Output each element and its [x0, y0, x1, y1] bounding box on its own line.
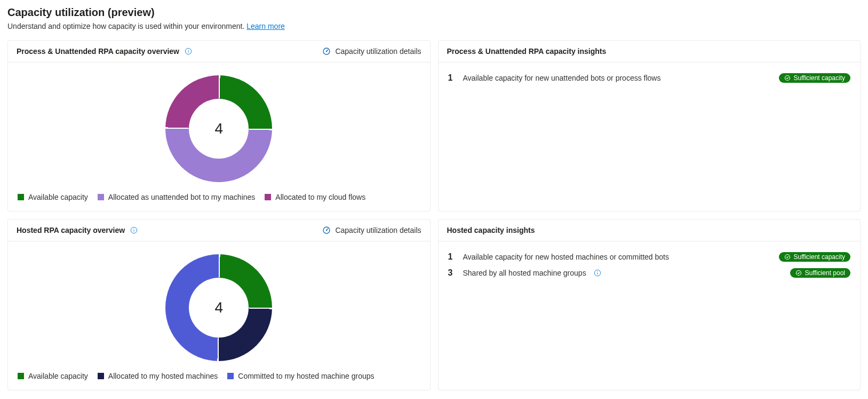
info-icon[interactable]: [130, 226, 138, 234]
card-process-overview: Process & Unattended RPA capacity overvi…: [7, 40, 431, 212]
check-circle-icon: [784, 254, 791, 260]
legend-label: Allocated to my cloud flows: [275, 193, 365, 201]
card-title-hosted-insights: Hosted capacity insights: [447, 226, 535, 234]
svg-point-13: [597, 271, 598, 272]
insights-list-hosted: 1 Available capacity for new hosted mach…: [439, 241, 861, 288]
info-icon[interactable]: [594, 269, 601, 277]
legend-label: Available capacity: [28, 193, 88, 201]
insight-row: 3 Shared by all hosted machine groups Su…: [448, 265, 851, 281]
legend-swatch: [18, 194, 24, 200]
page-subtitle: Understand and optimize how capacity is …: [7, 22, 861, 30]
legend-item: Committed to my hosted machine groups: [227, 372, 374, 380]
insight-text: Available capacity for new unattended bo…: [463, 74, 661, 82]
page-subtitle-text: Understand and optimize how capacity is …: [7, 22, 246, 30]
learn-more-link[interactable]: Learn more: [246, 22, 285, 30]
svg-point-7: [134, 229, 134, 229]
card-title-process-insights: Process & Unattended RPA capacity insigh…: [447, 47, 607, 56]
page-title: Capacity utilization (preview): [7, 6, 861, 19]
legend-item: Available capacity: [18, 372, 88, 380]
card-title-process-overview: Process & Unattended RPA capacity overvi…: [17, 47, 179, 56]
status-badge: Sufficient pool: [790, 268, 850, 278]
donut-chart-process: 4: [165, 75, 272, 182]
legend-item: Allocated to my hosted machines: [98, 372, 218, 380]
card-title-hosted-overview: Hosted RPA capacity overview: [17, 226, 125, 234]
status-badge: Sufficient capacity: [779, 252, 851, 262]
legend-item: Available capacity: [18, 193, 88, 201]
svg-point-10: [326, 230, 327, 231]
legend-label: Committed to my hosted machine groups: [238, 372, 374, 380]
check-circle-icon: [795, 270, 802, 276]
check-circle-icon: [784, 75, 791, 81]
capacity-details-link[interactable]: Capacity utilization details: [322, 47, 421, 56]
legend-label: Allocated to my hosted machines: [108, 372, 218, 380]
legend-swatch: [98, 373, 104, 379]
legend-label: Allocated as unattended bot to my machin…: [108, 193, 256, 201]
capacity-details-link[interactable]: Capacity utilization details: [322, 226, 421, 234]
donut-center-value: 4: [189, 278, 249, 338]
legend-process: Available capacity Allocated as unattend…: [18, 193, 420, 201]
legend-hosted: Available capacity Allocated to my hoste…: [18, 372, 420, 380]
legend-item: Allocated to my cloud flows: [265, 193, 365, 201]
status-badge: Sufficient capacity: [779, 73, 851, 83]
insight-row: 1 Available capacity for new unattended …: [448, 70, 851, 86]
legend-label: Available capacity: [28, 372, 88, 380]
legend-swatch: [98, 194, 104, 200]
info-icon[interactable]: [185, 48, 192, 55]
insight-text: Available capacity for new hosted machin…: [463, 253, 670, 261]
card-process-insights: Process & Unattended RPA capacity insigh…: [438, 40, 861, 212]
gauge-icon: [322, 226, 331, 234]
card-hosted-insights: Hosted capacity insights 1 Available cap…: [438, 219, 861, 390]
insight-text: Shared by all hosted machine groups: [463, 269, 586, 277]
insight-number: 1: [448, 73, 456, 83]
gauge-icon: [322, 47, 331, 56]
legend-swatch: [18, 373, 24, 379]
donut-chart-hosted: 4: [165, 254, 272, 361]
card-hosted-overview: Hosted RPA capacity overview Capacity ut…: [7, 219, 431, 390]
details-link-label: Capacity utilization details: [335, 47, 421, 56]
insight-row: 1 Available capacity for new hosted mach…: [448, 249, 851, 265]
insight-number: 1: [448, 252, 456, 262]
badge-label: Sufficient pool: [805, 269, 845, 277]
legend-swatch: [265, 194, 271, 200]
svg-point-1: [188, 50, 188, 50]
details-link-label: Capacity utilization details: [335, 226, 421, 234]
insights-list-process: 1 Available capacity for new unattended …: [439, 62, 861, 93]
badge-label: Sufficient capacity: [794, 253, 846, 261]
donut-center-value: 4: [189, 99, 249, 159]
legend-swatch: [227, 373, 234, 379]
svg-point-4: [326, 51, 327, 52]
badge-label: Sufficient capacity: [794, 74, 846, 82]
legend-item: Allocated as unattended bot to my machin…: [98, 193, 256, 201]
insight-number: 3: [448, 268, 456, 278]
